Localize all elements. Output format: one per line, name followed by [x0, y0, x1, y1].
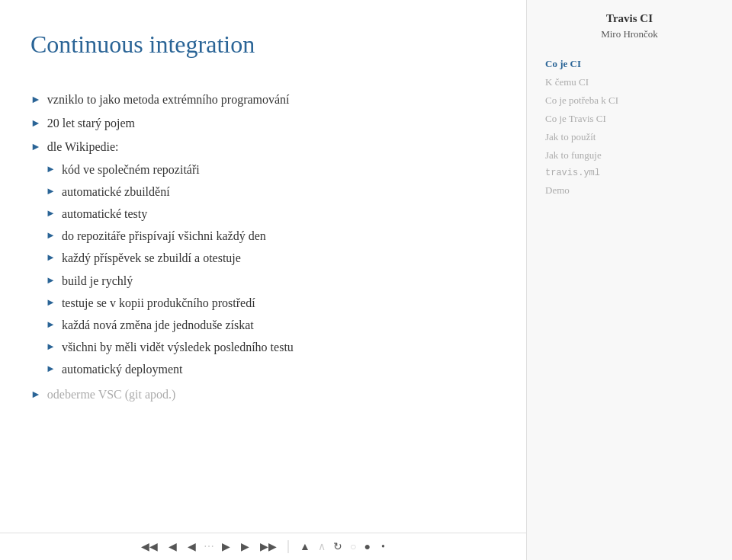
- nav-separator-1: ⋯: [204, 540, 214, 553]
- bullet-text: vzniklo to jako metoda extrémního progra…: [47, 89, 290, 110]
- sidebar-item-co-je-potreba[interactable]: Co je potřeba k CI: [541, 92, 718, 109]
- bullet-list: ► vzniklo to jako metoda extrémního prog…: [30, 89, 496, 408]
- list-item: ►testuje se v kopii produkčního prostřed…: [46, 293, 294, 313]
- list-item: ► dle Wikipedie: ►kód ve společném repoz…: [30, 136, 496, 381]
- sub-arrow: ►: [46, 316, 56, 333]
- nav-separator-4: ○: [350, 541, 356, 553]
- sidebar-navigation: Co je CI K čemu CI Co je potřeba k CI Co…: [541, 56, 718, 199]
- sub-arrow: ►: [46, 161, 56, 178]
- list-item: ► vzniklo to jako metoda extrémního prog…: [30, 89, 496, 110]
- sidebar-item-jak-funguje[interactable]: Jak to funguje: [541, 147, 718, 164]
- sidebar-item-k-cemu-ci[interactable]: K čemu CI: [541, 74, 718, 91]
- sub-text: všichni by měli vidět výsledek posledníh…: [62, 337, 294, 357]
- bullet-arrow: ►: [30, 138, 41, 156]
- sub-arrow: ►: [46, 183, 56, 200]
- nav-next-section-icon[interactable]: ▶: [219, 539, 233, 555]
- list-item: ►automatický deployment: [46, 359, 294, 379]
- slide-title: Continuous integration: [30, 30, 496, 59]
- list-item: ►automatické zbuildění: [46, 181, 294, 202]
- sub-text: automatické zbuildění: [62, 181, 170, 202]
- nav-first-icon[interactable]: ◀◀: [138, 539, 161, 555]
- sub-arrow: ►: [46, 227, 56, 244]
- sub-text: do repozitáře přispívají všichni každý d…: [62, 226, 266, 246]
- sub-arrow: ►: [46, 360, 56, 377]
- sub-arrow: ►: [46, 338, 56, 355]
- sidebar-item-co-je-travis[interactable]: Co je Travis CI: [541, 110, 718, 127]
- list-item: ►automatické testy: [46, 203, 294, 224]
- sidebar-item-demo[interactable]: Demo: [541, 182, 718, 199]
- sub-arrow: ►: [46, 249, 56, 266]
- sidebar-author: Miro Hrončok: [541, 28, 718, 40]
- sub-text: každá nová změna jde jednoduše získat: [62, 315, 254, 335]
- sub-text: testuje se v kopii produkčního prostředí: [62, 293, 255, 313]
- list-item: ►kód ve společném repozitáři: [46, 159, 294, 180]
- list-item: ► 20 let starý pojem: [30, 113, 496, 133]
- list-item: ► odeberme VSC (git apod.): [30, 384, 496, 405]
- nav-prev-section-icon[interactable]: ◀: [185, 539, 199, 555]
- nav-separator-3: ∧: [318, 540, 326, 553]
- bullet-text: odeberme VSC (git apod.): [47, 384, 176, 405]
- sub-arrow: ►: [46, 205, 56, 222]
- sub-bullet-list: ►kód ve společném repozitáři ►automatick…: [30, 159, 294, 382]
- sub-text: automatický deployment: [62, 359, 183, 379]
- nav-up-icon[interactable]: ▲: [297, 539, 313, 555]
- sub-text: automatické testy: [62, 203, 147, 224]
- nav-dot-icon[interactable]: •: [378, 539, 388, 555]
- sidebar: Travis CI Miro Hrončok Co je CI K čemu C…: [526, 0, 732, 560]
- nav-circle-icon[interactable]: ●: [361, 539, 373, 555]
- sub-text: každý příspěvek se zbuildí a otestuje: [62, 248, 241, 268]
- list-item: ►všichni by měli vidět výsledek poslední…: [46, 337, 294, 357]
- sidebar-item-jak-pouzit[interactable]: Jak to použít: [541, 129, 718, 146]
- sub-arrow: ►: [46, 294, 56, 311]
- nav-refresh-icon[interactable]: ↻: [330, 539, 345, 555]
- nav-separator-2: │: [284, 541, 292, 553]
- sub-arrow: ►: [46, 272, 56, 289]
- bullet-arrow: ►: [30, 386, 41, 404]
- list-item: ►build je rychlý: [46, 270, 294, 291]
- bullet-text: 20 let starý pojem: [47, 113, 135, 133]
- nav-prev-icon[interactable]: ◀: [165, 539, 180, 555]
- sidebar-item-travis-yml[interactable]: travis.yml: [541, 165, 718, 181]
- bullet-arrow: ►: [30, 91, 41, 109]
- main-content: Continuous integration ► vzniklo to jako…: [0, 0, 526, 560]
- nav-next-icon[interactable]: ▶: [238, 539, 252, 555]
- nav-last-icon[interactable]: ▶▶: [257, 539, 280, 555]
- sub-text: kód ve společném repozitáři: [62, 159, 200, 180]
- bullet-arrow: ►: [30, 114, 41, 133]
- list-item: ►do repozitáře přispívají všichni každý …: [46, 226, 294, 246]
- sidebar-title: Travis CI: [541, 12, 718, 25]
- bullet-text: dle Wikipedie:: [47, 136, 119, 157]
- list-item: ►každý příspěvek se zbuildí a otestuje: [46, 248, 294, 268]
- sidebar-item-co-je-ci[interactable]: Co je CI: [541, 56, 718, 72]
- list-item: ►každá nová změna jde jednoduše získat: [46, 315, 294, 335]
- sub-text: build je rychlý: [62, 270, 133, 291]
- nav-bar: ◀◀ ◀ ◀ ⋯ ▶ ▶ ▶▶ │ ▲ ∧ ↻ ○ ● •: [0, 533, 526, 560]
